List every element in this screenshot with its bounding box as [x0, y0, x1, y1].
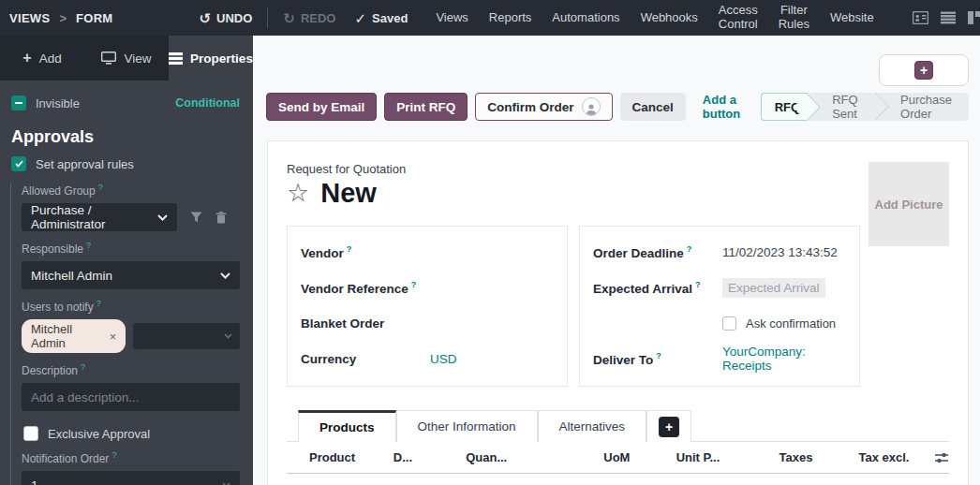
users-to-notify-label: Users to notify? [22, 299, 240, 314]
exclusive-approval-row: Exclusive Approval [23, 426, 240, 441]
right-field-group: Order Deadline? 11/02/2023 13:43:52 Expe… [579, 226, 860, 387]
breadcrumb-views[interactable]: VIEWS [9, 11, 50, 25]
status-step-rfq[interactable]: RFQ [761, 93, 808, 121]
print-rfq-button[interactable]: Print RFQ [384, 93, 468, 121]
help-icon[interactable]: ? [687, 244, 692, 254]
expected-arrival-row[interactable]: Expected Arrival? Expected Arrival [593, 270, 846, 305]
doc-type-label: Request for Quotation [287, 141, 949, 176]
minus-icon [15, 102, 22, 104]
add-picture-box[interactable]: Add Picture [869, 162, 949, 246]
confirm-order-button[interactable]: Confirm Order [475, 93, 612, 121]
ask-confirmation-checkbox[interactable] [722, 316, 736, 331]
allowed-group-select[interactable]: Purchase / Administrator [22, 203, 177, 231]
invisible-checkbox[interactable] [11, 96, 26, 110]
vendor-label: Vendor? [301, 244, 430, 260]
contact-card-icon[interactable] [910, 7, 932, 29]
tab-properties-label: Properties [190, 51, 253, 66]
col-quantity[interactable]: Quan... [466, 450, 603, 464]
deliver-to-row[interactable]: Deliver To? YourCompany: Receipts [593, 341, 846, 376]
filter-icon[interactable] [190, 212, 202, 223]
user-tag[interactable]: Mitchell Admin × [22, 319, 126, 353]
users-to-notify-select[interactable] [133, 323, 240, 349]
optional-columns-icon[interactable] [934, 451, 949, 464]
deliver-to-value[interactable]: YourCompany: Receipts [722, 345, 846, 373]
notification-order-select[interactable]: 1 [22, 471, 240, 485]
help-icon[interactable]: ? [86, 241, 91, 250]
description-input[interactable] [22, 383, 240, 411]
deliver-to-label: Deliver To? [593, 351, 722, 367]
divider [267, 7, 268, 28]
menu-views[interactable]: Views [426, 11, 477, 25]
menu-access-control[interactable]: Access Control [709, 4, 767, 32]
currency-row[interactable]: Currency USD [301, 341, 554, 376]
left-field-group: Vendor? Vendor Reference? Blanket Order … [287, 226, 568, 387]
help-icon[interactable]: ? [81, 362, 85, 372]
view-type-icons [910, 7, 980, 29]
allowed-group-value: Purchase / Administrator [31, 203, 157, 231]
menu-reports[interactable]: Reports [480, 11, 542, 25]
tab-add[interactable]: + Add [0, 36, 84, 81]
document-title[interactable]: New [320, 178, 377, 209]
list-icon[interactable] [937, 7, 959, 29]
undo-button[interactable]: ↺ UNDO [189, 11, 261, 25]
statusbar: RFQ RFQ Sent Purchase Order [761, 93, 969, 121]
col-taxes[interactable]: Taxes [779, 450, 858, 464]
tab-other-information[interactable]: Other Information [396, 410, 538, 442]
col-tax-excl[interactable]: Tax excl. [858, 450, 928, 464]
sidebar-tabs: + Add View Properties [0, 36, 253, 81]
notification-order-value: 1 [31, 478, 38, 485]
tab-add-label: Add [39, 51, 62, 66]
topbar-menu: Views Reports Automations Webhooks Acces… [426, 4, 883, 32]
redo-button[interactable]: ↻ REDO [274, 11, 345, 25]
vendor-row[interactable]: Vendor? [301, 234, 554, 270]
col-description[interactable]: D... [393, 450, 466, 464]
tab-properties[interactable]: Properties [169, 36, 253, 81]
help-icon[interactable]: ? [411, 280, 417, 289]
help-icon[interactable]: ? [656, 351, 661, 360]
cancel-button[interactable]: Cancel [620, 93, 686, 121]
help-icon[interactable]: ? [97, 299, 101, 308]
help-icon[interactable]: ? [695, 280, 701, 289]
set-approval-rules-checkbox[interactable] [11, 156, 26, 171]
col-uom[interactable]: UoM [603, 450, 676, 464]
expected-arrival-placeholder[interactable]: Expected Arrival [722, 278, 825, 298]
blanket-order-row[interactable]: Blanket Order [301, 305, 554, 341]
col-unit-price[interactable]: Unit P... [676, 450, 780, 464]
kanban-icon[interactable] [964, 7, 980, 29]
approval-rule-group: Allowed Group? Purchase / Administrator … [10, 183, 240, 485]
trash-icon[interactable] [215, 212, 227, 224]
help-icon[interactable]: ? [98, 183, 103, 192]
tab-products[interactable]: Products [298, 410, 396, 442]
send-by-email-button[interactable]: Send by Email [266, 93, 377, 121]
add-tab-button[interactable]: + [646, 410, 691, 442]
expected-arrival-label: Expected Arrival? [593, 280, 722, 296]
currency-label: Currency [301, 352, 430, 366]
menu-filter-rules[interactable]: Filter Rules [769, 4, 819, 32]
chevron-down-icon [220, 272, 230, 279]
exclusive-approval-checkbox[interactable] [23, 426, 38, 441]
order-deadline-row[interactable]: Order Deadline? 11/02/2023 13:43:52 [593, 234, 846, 270]
responsible-select[interactable]: Mitchell Admin [22, 261, 240, 289]
add-a-button-link[interactable]: Add a button [703, 93, 761, 121]
help-icon[interactable]: ? [111, 450, 116, 460]
menu-website[interactable]: Website [821, 11, 883, 25]
saved-indicator: ✓ Saved [345, 11, 417, 25]
status-step-purchase-order[interactable]: Purchase Order [876, 93, 969, 121]
currency-value[interactable]: USD [430, 352, 457, 366]
favorite-star-icon[interactable]: ☆ [287, 181, 309, 206]
help-icon[interactable]: ? [347, 244, 352, 254]
col-product[interactable]: Product [309, 450, 393, 464]
breadcrumb-form[interactable]: FORM [76, 11, 112, 25]
tab-alternatives[interactable]: Alternatives [538, 410, 647, 442]
plus-icon: + [914, 61, 933, 80]
menu-webhooks[interactable]: Webhooks [631, 11, 707, 25]
menu-automations[interactable]: Automations [542, 11, 629, 25]
add-button-box[interactable]: + [879, 54, 969, 86]
chevron-down-icon [224, 333, 232, 339]
conditional-link[interactable]: Conditional [175, 96, 240, 110]
breadcrumb-separator: > [59, 11, 67, 25]
remove-tag-icon[interactable]: × [110, 330, 117, 344]
tab-view[interactable]: View [84, 36, 169, 81]
vendor-reference-row[interactable]: Vendor Reference? [301, 270, 554, 305]
order-deadline-value[interactable]: 11/02/2023 13:43:52 [722, 245, 838, 259]
